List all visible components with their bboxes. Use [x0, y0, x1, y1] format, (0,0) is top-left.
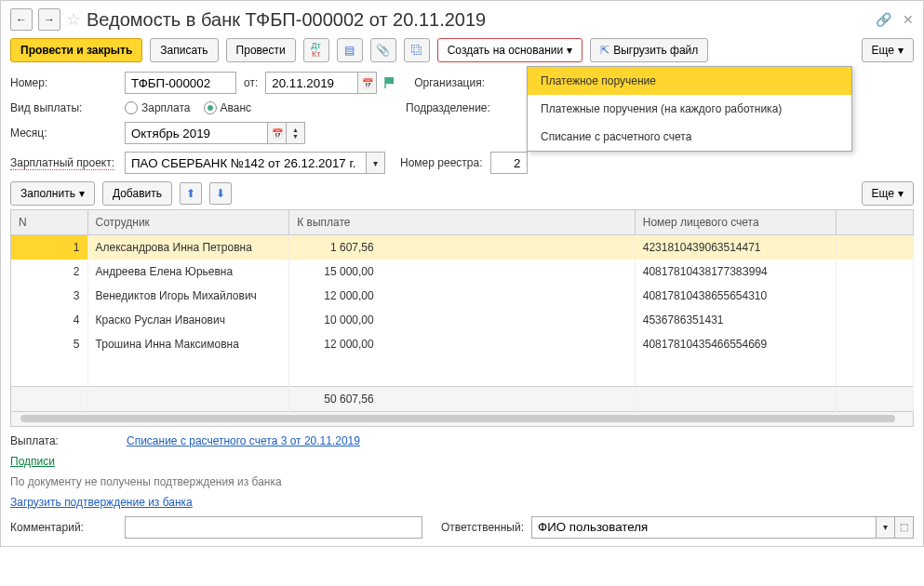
subdivision-label: Подразделение:	[406, 101, 490, 114]
table-total-row: 50 607,56	[11, 386, 914, 411]
hierarchy-button[interactable]: ⿻	[404, 38, 430, 62]
post-button[interactable]: Провести	[226, 38, 296, 62]
responsible-open-icon[interactable]: ⬚	[895, 516, 914, 539]
create-based-menu: Платежное поручение Платежные поручения …	[527, 66, 852, 152]
favorite-star-icon[interactable]: ☆	[66, 9, 81, 30]
col-header-employee[interactable]: Сотрудник	[87, 210, 289, 235]
month-calendar-icon[interactable]: 📅	[268, 122, 287, 144]
salary-project-label[interactable]: Зарплатный проект:	[10, 156, 114, 170]
col-header-account[interactable]: Номер лицевого счета	[635, 210, 837, 235]
month-label: Месяц:	[10, 127, 117, 140]
page-title: Ведомость в банк ТФБП-000002 от 20.11.20…	[87, 9, 864, 31]
menu-payment-order[interactable]: Платежное поручение	[528, 67, 851, 95]
menu-account-withdrawal[interactable]: Списание с расчетного счета	[528, 123, 851, 151]
post-and-close-button[interactable]: Провести и закрыть	[10, 38, 142, 62]
month-spinner[interactable]: ▲▼	[287, 122, 305, 144]
nav-back-button[interactable]: ←	[10, 8, 33, 31]
move-down-button[interactable]: ⬇	[209, 182, 232, 205]
registry-number-input[interactable]	[490, 152, 528, 174]
horizontal-scrollbar[interactable]	[10, 412, 914, 427]
load-confirmation-link[interactable]: Загрузить подтверждение из банка	[10, 496, 193, 509]
organization-label: Организация:	[414, 76, 485, 89]
comment-label: Комментарий:	[10, 521, 117, 534]
payout-label: Выплата:	[10, 434, 117, 447]
move-up-button[interactable]: ⬆	[180, 182, 202, 205]
dt-kt-button[interactable]: ДтКт	[303, 38, 329, 62]
flag-icon	[384, 77, 394, 88]
radio-salary[interactable]: Зарплата	[125, 101, 191, 114]
chevron-down-icon: ▾	[567, 44, 572, 57]
nav-forward-button[interactable]: →	[38, 8, 60, 31]
table-row[interactable]: 3 Венедиктов Игорь Михайлович 12 000,00 …	[11, 284, 914, 308]
month-input[interactable]	[125, 122, 268, 144]
radio-icon	[204, 101, 217, 114]
attachment-button[interactable]: 📎	[370, 38, 396, 62]
responsible-label: Ответственный:	[441, 521, 524, 534]
payment-type-label: Вид выплаты:	[10, 101, 117, 114]
write-button[interactable]: Записать	[150, 38, 218, 62]
number-input[interactable]	[125, 72, 236, 94]
table-row[interactable]: 2 Андреева Елена Юрьевна 15 000,00 40817…	[11, 260, 914, 284]
table-row[interactable]: 4 Краско Руслан Иванович 10 000,00 45367…	[11, 308, 914, 332]
export-icon: ⇱	[600, 44, 609, 57]
comment-input[interactable]	[125, 516, 422, 539]
responsible-input[interactable]	[531, 516, 877, 539]
col-header-empty	[837, 210, 914, 235]
col-header-payout[interactable]: К выплате	[289, 210, 635, 235]
list-icon-button[interactable]: ▤	[337, 38, 363, 62]
fill-button[interactable]: Заполнить ▾	[10, 181, 95, 206]
from-label: от:	[244, 76, 258, 89]
calendar-icon[interactable]: 📅	[358, 72, 377, 94]
upload-file-button[interactable]: ⇱ Выгрузить файл	[590, 38, 708, 62]
table-more-button[interactable]: Еще ▾	[862, 181, 914, 206]
number-label: Номер:	[10, 76, 117, 89]
registry-number-label: Номер реестра:	[400, 156, 482, 169]
radio-advance[interactable]: Аванс	[204, 101, 252, 114]
add-button[interactable]: Добавить	[102, 181, 172, 206]
menu-payment-orders-each[interactable]: Платежные поручения (на каждого работник…	[528, 95, 851, 123]
signatures-link[interactable]: Подписи	[10, 455, 55, 468]
link-icon[interactable]: 🔗	[876, 12, 891, 27]
col-header-n[interactable]: N	[11, 210, 88, 235]
payout-link[interactable]: Списание с расчетного счета 3 от 20.11.2…	[127, 434, 360, 447]
more-button[interactable]: Еще ▾	[862, 38, 914, 62]
table-row[interactable]: 5 Трошина Инна Максимовна 12 000,00 4081…	[11, 332, 914, 356]
radio-icon	[125, 101, 138, 114]
salary-project-dropdown-icon[interactable]: ▾	[367, 152, 385, 174]
salary-project-input[interactable]	[125, 152, 367, 174]
employees-table: N Сотрудник К выплате Номер лицевого сче…	[10, 209, 914, 412]
bank-status-text: По документу не получены подтверждения и…	[10, 475, 282, 488]
create-based-dropdown[interactable]: Создать на основании ▾	[437, 38, 583, 62]
close-icon[interactable]: ✕	[903, 12, 914, 27]
table-row[interactable]: 1 Александрова Инна Петровна 1 607,56 42…	[11, 235, 914, 260]
date-input[interactable]	[265, 72, 358, 94]
responsible-dropdown-icon[interactable]: ▾	[877, 516, 895, 539]
table-empty-row	[11, 356, 914, 386]
